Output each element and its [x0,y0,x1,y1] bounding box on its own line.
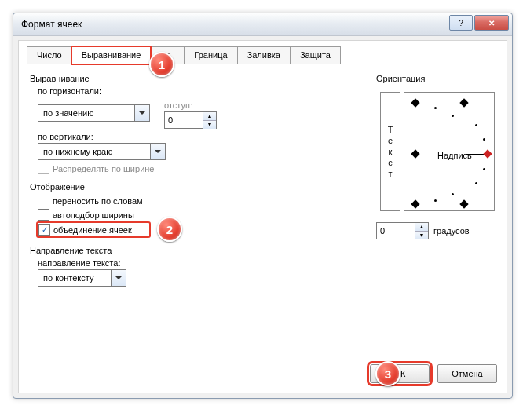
vertical-label: по вертикали: [38,132,344,141]
orientation-dot [452,115,454,117]
distribute-checkbox: Распределять по ширине [38,163,344,174]
cancel-button[interactable]: Отмена [437,364,497,383]
horizontal-dropdown[interactable]: по значению [38,104,150,122]
tab-alignment[interactable]: Выравнивание [71,46,152,64]
text-direction-dropdown[interactable]: по контексту [38,269,126,287]
horizontal-label: по горизонтали: [38,86,344,96]
text-direction-value: по контексту [38,273,111,283]
spinner-up-icon[interactable]: ▲ [415,223,428,232]
vertical-dropdown[interactable]: по нижнему краю [38,143,166,160]
merge-cells-checkbox[interactable]: ✓ объединение ячеек [38,223,149,236]
orientation-vertical-char: е [388,135,393,146]
orientation-vertical-char: т [388,168,392,179]
orientation-group: Ориентация Т е к с т Надпись [376,72,496,239]
tab-border[interactable]: Граница [184,46,237,64]
degrees-value: 0 [377,226,415,236]
text-direction-section-label: Направление текста [30,246,344,255]
indent-label: отступ: [164,100,217,110]
dialog-body: Число Выравнивание т Граница Заливка Защ… [18,40,507,393]
spinner-down-icon[interactable]: ▼ [415,232,428,239]
indent-spinner[interactable]: 0 ▲▼ [164,111,217,129]
titlebar[interactable]: Формат ячеек ? ✕ [13,13,512,36]
tab-fill[interactable]: Заливка [237,46,291,64]
orientation-dot [475,124,477,126]
orientation-section-label: Ориентация [376,74,496,83]
orientation-marker-icon [459,98,468,107]
orientation-vertical-char: с [388,157,393,168]
help-icon: ? [459,19,463,27]
window-title: Формат ячеек [21,19,82,30]
orientation-marker-icon [411,98,419,107]
degrees-label: градусов [433,226,470,236]
annotation-badge-3: 3 [375,361,400,386]
orientation-dot [483,168,485,170]
orientation-marker-icon [411,199,419,208]
orientation-dot [483,138,485,141]
checkbox-box [38,195,49,206]
text-direction-field-label: направление текста: [38,258,344,268]
orientation-dot [475,182,477,184]
annotation-badge-1: 1 [149,52,174,77]
wrap-text-checkbox[interactable]: переносить по словам [38,195,344,206]
orientation-dot [434,199,437,202]
orientation-caption: Надпись [437,151,472,160]
merge-cells-label: объединение ячеек [53,225,132,235]
chevron-down-icon [134,105,149,121]
close-icon: ✕ [488,19,495,27]
close-button[interactable]: ✕ [474,15,509,31]
degrees-spinner[interactable]: 0 ▲▼ [376,222,429,239]
checkbox-box-checked: ✓ [38,224,50,236]
orientation-dot [452,193,454,195]
horizontal-value: по значению [38,108,134,118]
vertical-value: по нижнему краю [38,147,150,156]
checkbox-box [38,209,49,221]
display-section-label: Отображение [30,182,344,192]
tab-strip: Число Выравнивание т Граница Заливка Защ… [27,46,340,64]
orientation-active-marker-icon [483,149,492,158]
annotation-badge-2: 2 [157,217,182,242]
spinner-down-icon[interactable]: ▼ [203,121,216,129]
checkbox-box [38,163,49,174]
orientation-vertical-button[interactable]: Т е к с т [380,92,400,211]
orientation-marker-icon [459,199,468,208]
wrap-text-label: переносить по словам [53,196,143,206]
help-button[interactable]: ? [449,15,473,31]
tab-protection[interactable]: Защита [290,46,341,64]
autofit-label: автоподбор ширины [53,210,134,220]
distribute-label: Распределять по ширине [53,164,154,173]
alignment-section-label: Выравнивание [30,74,344,83]
spinner-up-icon[interactable]: ▲ [203,112,216,121]
indent-value: 0 [165,115,203,125]
orientation-vertical-char: к [389,146,393,157]
orientation-dot [434,107,437,109]
orientation-vertical-char: Т [388,124,393,135]
orientation-marker-icon [411,149,419,158]
tab-number[interactable]: Число [27,46,72,64]
dialog-window: Формат ячеек ? ✕ Число Выравнивание т Гр… [13,13,513,399]
autofit-checkbox[interactable]: автоподбор ширины [38,209,344,221]
chevron-down-icon [111,270,126,286]
orientation-dial[interactable]: Надпись [404,92,495,211]
chevron-down-icon [150,144,165,159]
